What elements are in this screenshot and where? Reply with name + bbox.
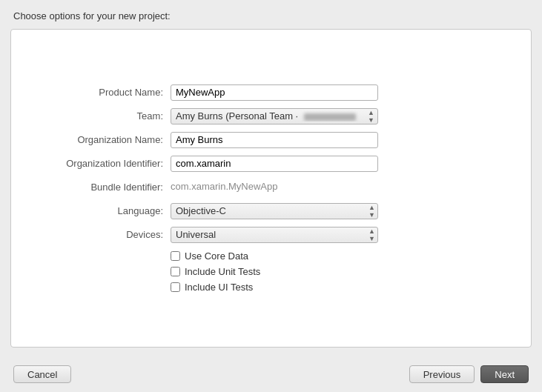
include-ui-tests-label: Include UI Tests — [185, 282, 253, 293]
org-id-label: Organization Identifier: — [41, 158, 171, 169]
bundle-id-value: com.xamarin.MyNewApp — [171, 179, 378, 196]
include-unit-tests-checkbox[interactable] — [171, 267, 180, 276]
org-name-input[interactable] — [171, 132, 378, 148]
footer: Cancel Previous Next — [0, 356, 542, 392]
page-title: Choose options for your new project: — [13, 10, 171, 21]
previous-button[interactable]: Previous — [409, 365, 475, 383]
include-unit-tests-label: Include Unit Tests — [185, 266, 260, 277]
org-id-input[interactable] — [171, 156, 378, 172]
include-ui-tests-checkbox[interactable] — [171, 282, 180, 292]
bundle-id-label: Bundle Identifier: — [41, 182, 171, 193]
devices-select[interactable]: Universal iPhone iPad — [171, 227, 378, 243]
language-select-wrapper: Objective-C Swift ▲ ▼ — [171, 203, 378, 219]
include-ui-tests-row: Include UI Tests — [171, 282, 501, 293]
product-name-row: Product Name: — [41, 84, 501, 101]
team-label: Team: — [41, 110, 171, 122]
team-value: Amy Burns (Personal Team · — [176, 110, 360, 122]
product-name-input[interactable] — [171, 84, 378, 101]
use-core-data-row: Use Core Data — [171, 250, 501, 262]
checkboxes-section: Use Core Data Include Unit Tests Include… — [171, 250, 501, 293]
bundle-id-row: Bundle Identifier: com.xamarin.MyNewApp — [41, 179, 501, 196]
use-core-data-label: Use Core Data — [185, 250, 248, 262]
devices-label: Devices: — [41, 229, 171, 240]
team-select-wrapper[interactable]: Amy Burns (Personal Team · ▲ ▼ — [171, 108, 378, 124]
language-row: Language: Objective-C Swift ▲ ▼ — [41, 203, 501, 219]
team-select-arrow: ▲ ▼ — [368, 109, 374, 123]
language-select[interactable]: Objective-C Swift — [171, 203, 378, 219]
product-name-label: Product Name: — [41, 87, 171, 98]
footer-right: Previous Next — [409, 365, 529, 383]
devices-row: Devices: Universal iPhone iPad ▲ ▼ — [41, 227, 501, 243]
language-label: Language: — [41, 205, 171, 216]
org-id-row: Organization Identifier: — [41, 156, 501, 172]
form-container: Product Name: Team: Amy Burns (Personal … — [11, 70, 531, 308]
include-unit-tests-row: Include Unit Tests — [171, 266, 501, 277]
org-name-label: Organization Name: — [41, 134, 171, 145]
cancel-button[interactable]: Cancel — [13, 365, 71, 383]
team-blur — [304, 113, 356, 121]
devices-select-wrapper: Universal iPhone iPad ▲ ▼ — [171, 227, 378, 243]
form-panel: Product Name: Team: Amy Burns (Personal … — [10, 29, 532, 348]
org-name-row: Organization Name: — [41, 132, 501, 148]
next-button[interactable]: Next — [480, 365, 529, 383]
use-core-data-checkbox[interactable] — [171, 251, 180, 261]
team-row: Team: Amy Burns (Personal Team · ▲ ▼ — [41, 108, 501, 124]
